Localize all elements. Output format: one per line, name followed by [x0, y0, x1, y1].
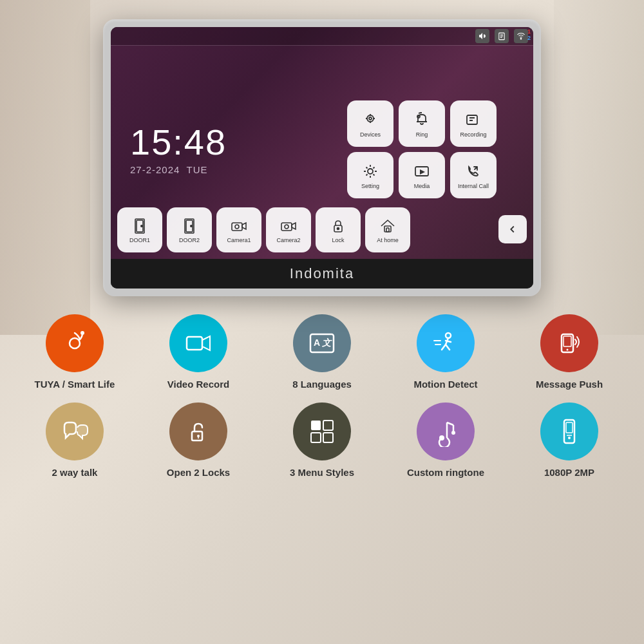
top-bar: 1 2 [111, 27, 533, 45]
device-lock-label: Lock [332, 237, 344, 243]
tuya-circle [46, 314, 104, 372]
device-door1[interactable]: DOOR1 [117, 207, 162, 252]
feature-motion-detect: Motion Detect [394, 314, 497, 390]
svg-marker-28 [292, 223, 296, 229]
clipboard-icon[interactable] [495, 29, 509, 43]
devices-row: DOOR1 DOOR2 [117, 207, 527, 252]
svg-rect-24 [232, 223, 242, 231]
app-media[interactable]: Media [399, 152, 445, 198]
screen: 1 2 15:48 27-2-2024 TUE [111, 27, 533, 259]
motion-detect-label: Motion Detect [413, 379, 477, 390]
1080p-2mp-circle [540, 402, 598, 460]
device-inner: 1 2 15:48 27-2-2024 TUE [111, 27, 533, 289]
svg-point-15 [368, 169, 373, 174]
svg-point-29 [285, 225, 289, 229]
device-camera1[interactable]: Camera1 [216, 207, 261, 252]
app-media-label: Media [414, 183, 430, 189]
svg-rect-53 [323, 433, 333, 442]
video-record-label: Video Record [167, 379, 229, 390]
svg-point-4 [520, 38, 522, 39]
svg-point-46 [567, 349, 569, 351]
app-internal-call[interactable]: Internal Call [450, 152, 497, 198]
svg-point-31 [337, 227, 339, 229]
custom-ringtone-circle [417, 402, 475, 460]
feature-custom-ringtone: Custom ringtone [394, 402, 497, 478]
features-section: TUYA / Smart Life Video Record A [13, 314, 631, 478]
svg-point-54 [439, 435, 444, 440]
message-push-circle [540, 314, 598, 372]
feature-video-record: Video Record [147, 314, 250, 390]
svg-rect-36 [187, 337, 202, 350]
brand-name: Indomita [290, 265, 354, 281]
1080p-2mp-label: 1080P 2MP [544, 467, 594, 478]
svg-point-5 [367, 115, 374, 122]
3-menu-styles-label: 3 Menu Styles [290, 467, 354, 478]
open-2-locks-label: Open 2 Locks [167, 467, 230, 478]
back-button[interactable] [498, 215, 527, 243]
svg-rect-50 [311, 421, 321, 430]
features-row-2: 2 way talk Open 2 Locks [13, 402, 631, 478]
features-row-1: TUYA / Smart Life Video Record A [13, 314, 631, 390]
device-lock[interactable]: Lock [316, 207, 361, 252]
svg-point-23 [191, 225, 192, 226]
svg-point-34 [70, 338, 80, 348]
device-camera2[interactable]: Camera2 [266, 207, 311, 252]
svg-rect-32 [384, 226, 391, 232]
svg-text:A: A [314, 337, 320, 348]
svg-point-6 [369, 117, 372, 120]
volume-icon[interactable] [475, 29, 489, 43]
device-frame: 1 2 15:48 27-2-2024 TUE [103, 19, 541, 296]
brand-bar: Indomita [111, 259, 533, 289]
app-recording-label: Recording [460, 131, 486, 138]
svg-point-35 [80, 331, 84, 335]
svg-line-56 [447, 422, 453, 425]
3-menu-styles-circle [293, 402, 351, 460]
app-recording[interactable]: Recording [450, 100, 497, 147]
languages-label: 8 Languages [292, 379, 352, 390]
device-door1-label: DOOR1 [129, 237, 150, 243]
app-setting-label: Setting [361, 183, 379, 189]
device-camera1-label: Camera1 [227, 237, 251, 243]
svg-rect-51 [323, 421, 333, 430]
feature-1080p-2mp: 1080P 2MP [518, 402, 621, 478]
device-at-home-label: At home [377, 237, 399, 243]
app-ring-label: Ring [416, 131, 428, 138]
app-ring[interactable]: Ring [399, 100, 445, 147]
svg-rect-45 [564, 336, 571, 346]
device-at-home[interactable]: At home [365, 207, 410, 252]
svg-point-61 [568, 437, 571, 439]
svg-rect-52 [311, 433, 321, 442]
device-camera2-label: Camera2 [276, 237, 300, 243]
feature-message-push: Message Push [518, 314, 621, 390]
svg-rect-27 [281, 223, 292, 231]
app-setting[interactable]: Setting [347, 152, 393, 198]
motion-detect-circle [417, 314, 475, 372]
device-door2-label: DOOR2 [179, 237, 200, 243]
separator [111, 45, 533, 46]
message-push-label: Message Push [536, 379, 603, 390]
num-indicator-red: 1 [527, 28, 531, 35]
svg-text:文: 文 [322, 337, 332, 348]
clock-time: 15:48 [130, 124, 301, 160]
svg-marker-37 [202, 336, 210, 350]
wifi-icon[interactable] [514, 29, 528, 43]
clock-date: 27-2-2024 TUE [130, 164, 301, 175]
app-row-2: Setting Media [317, 152, 527, 198]
feature-8-languages: A 文 8 Languages [270, 314, 374, 390]
feature-2-way-talk: 2 way talk [23, 402, 126, 478]
page-wrapper: 1 2 15:48 27-2-2024 TUE [0, 0, 644, 478]
2-way-talk-label: 2 way talk [52, 467, 98, 478]
tuya-label: TUYA / Smart Life [35, 379, 115, 390]
svg-point-26 [235, 225, 239, 229]
svg-point-58 [451, 431, 455, 435]
2-way-talk-circle [46, 402, 104, 460]
app-devices[interactable]: Devices [347, 100, 393, 147]
feature-open-2-locks: Open 2 Locks [147, 402, 250, 478]
languages-circle: A 文 [293, 314, 351, 372]
svg-rect-12 [467, 115, 477, 124]
device-door2[interactable]: DOOR2 [167, 207, 212, 252]
svg-marker-17 [420, 169, 425, 175]
svg-marker-25 [242, 223, 246, 229]
app-internal-call-label: Internal Call [458, 183, 489, 189]
svg-point-20 [141, 225, 142, 226]
